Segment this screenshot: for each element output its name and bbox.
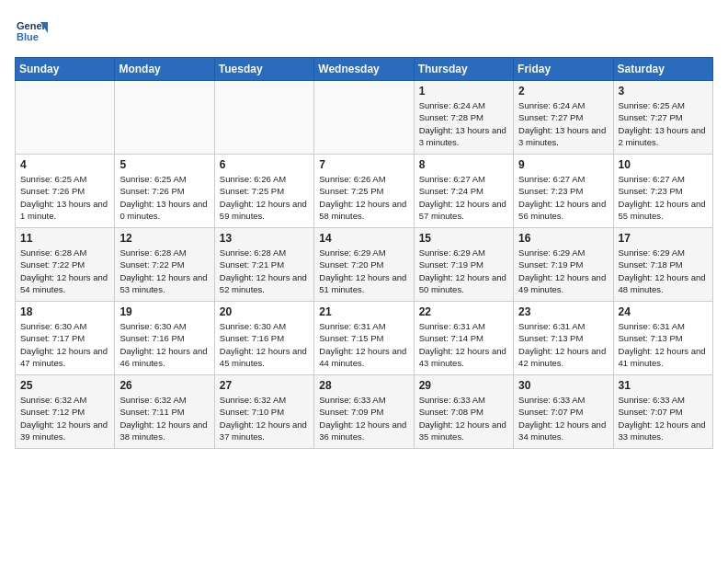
day-number: 29 <box>419 379 508 392</box>
day-info: Sunrise: 6:30 AM Sunset: 7:16 PM Dayligh… <box>119 320 209 369</box>
day-number: 31 <box>619 379 708 392</box>
calendar-cell: 31Sunrise: 6:33 AM Sunset: 7:07 PM Dayli… <box>613 375 712 449</box>
day-info: Sunrise: 6:27 AM Sunset: 7:23 PM Dayligh… <box>619 173 708 222</box>
calendar-cell <box>16 81 115 155</box>
day-info: Sunrise: 6:30 AM Sunset: 7:16 PM Dayligh… <box>220 320 309 369</box>
day-number: 5 <box>119 158 209 171</box>
week-row-5: 25Sunrise: 6:32 AM Sunset: 7:12 PM Dayli… <box>16 375 713 449</box>
day-number: 10 <box>619 158 708 171</box>
calendar-cell: 29Sunrise: 6:33 AM Sunset: 7:08 PM Dayli… <box>414 375 513 449</box>
day-number: 16 <box>518 232 608 245</box>
logo: General Blue <box>15 15 51 48</box>
calendar-table: SundayMondayTuesdayWednesdayThursdayFrid… <box>15 57 713 449</box>
day-info: Sunrise: 6:24 AM Sunset: 7:27 PM Dayligh… <box>518 99 608 148</box>
day-number: 7 <box>319 158 408 171</box>
calendar-cell: 24Sunrise: 6:31 AM Sunset: 7:13 PM Dayli… <box>613 302 712 375</box>
calendar-cell: 25Sunrise: 6:32 AM Sunset: 7:12 PM Dayli… <box>16 375 115 449</box>
calendar-cell: 28Sunrise: 6:33 AM Sunset: 7:09 PM Dayli… <box>314 375 414 449</box>
calendar-cell: 16Sunrise: 6:29 AM Sunset: 7:19 PM Dayli… <box>514 228 613 302</box>
day-info: Sunrise: 6:29 AM Sunset: 7:19 PM Dayligh… <box>518 247 608 295</box>
calendar-cell: 27Sunrise: 6:32 AM Sunset: 7:10 PM Dayli… <box>214 375 313 449</box>
day-number: 14 <box>319 232 408 245</box>
day-number: 22 <box>419 305 508 318</box>
day-info: Sunrise: 6:28 AM Sunset: 7:22 PM Dayligh… <box>119 247 209 295</box>
day-info: Sunrise: 6:28 AM Sunset: 7:22 PM Dayligh… <box>20 247 109 295</box>
day-info: Sunrise: 6:25 AM Sunset: 7:26 PM Dayligh… <box>119 173 209 222</box>
day-number: 8 <box>419 158 508 171</box>
day-info: Sunrise: 6:28 AM Sunset: 7:21 PM Dayligh… <box>220 247 309 295</box>
calendar-cell: 13Sunrise: 6:28 AM Sunset: 7:21 PM Dayli… <box>214 228 313 302</box>
day-info: Sunrise: 6:26 AM Sunset: 7:25 PM Dayligh… <box>220 173 309 222</box>
day-number: 21 <box>319 305 408 318</box>
day-info: Sunrise: 6:31 AM Sunset: 7:14 PM Dayligh… <box>419 320 508 369</box>
day-header-wednesday: Wednesday <box>314 58 414 81</box>
calendar-cell <box>314 81 414 155</box>
calendar-cell: 23Sunrise: 6:31 AM Sunset: 7:13 PM Dayli… <box>514 302 613 375</box>
day-header-saturday: Saturday <box>613 58 712 81</box>
calendar-cell: 10Sunrise: 6:27 AM Sunset: 7:23 PM Dayli… <box>613 155 712 228</box>
day-info: Sunrise: 6:24 AM Sunset: 7:28 PM Dayligh… <box>419 99 508 148</box>
calendar-cell: 3Sunrise: 6:25 AM Sunset: 7:27 PM Daylig… <box>613 81 712 155</box>
day-header-tuesday: Tuesday <box>214 58 313 81</box>
calendar-cell: 17Sunrise: 6:29 AM Sunset: 7:18 PM Dayli… <box>613 228 712 302</box>
day-info: Sunrise: 6:25 AM Sunset: 7:26 PM Dayligh… <box>20 173 109 222</box>
calendar-cell: 20Sunrise: 6:30 AM Sunset: 7:16 PM Dayli… <box>214 302 313 375</box>
day-info: Sunrise: 6:33 AM Sunset: 7:07 PM Dayligh… <box>518 394 608 442</box>
day-info: Sunrise: 6:31 AM Sunset: 7:15 PM Dayligh… <box>319 320 408 369</box>
day-info: Sunrise: 6:33 AM Sunset: 7:09 PM Dayligh… <box>319 394 408 442</box>
day-number: 26 <box>119 379 209 392</box>
day-info: Sunrise: 6:25 AM Sunset: 7:27 PM Dayligh… <box>619 99 708 148</box>
day-number: 25 <box>20 379 109 392</box>
calendar-cell: 19Sunrise: 6:30 AM Sunset: 7:16 PM Dayli… <box>115 302 214 375</box>
day-info: Sunrise: 6:32 AM Sunset: 7:12 PM Dayligh… <box>20 394 109 442</box>
day-info: Sunrise: 6:33 AM Sunset: 7:08 PM Dayligh… <box>419 394 508 442</box>
day-number: 19 <box>119 305 209 318</box>
day-number: 11 <box>20 232 109 245</box>
day-number: 18 <box>20 305 109 318</box>
day-number: 15 <box>419 232 508 245</box>
day-header-sunday: Sunday <box>16 58 115 81</box>
calendar-cell: 26Sunrise: 6:32 AM Sunset: 7:11 PM Dayli… <box>115 375 214 449</box>
calendar-cell <box>115 81 214 155</box>
calendar-cell: 12Sunrise: 6:28 AM Sunset: 7:22 PM Dayli… <box>115 228 214 302</box>
day-number: 17 <box>619 232 708 245</box>
week-row-1: 1Sunrise: 6:24 AM Sunset: 7:28 PM Daylig… <box>16 81 713 155</box>
day-number: 12 <box>119 232 209 245</box>
day-header-monday: Monday <box>115 58 214 81</box>
calendar-cell: 11Sunrise: 6:28 AM Sunset: 7:22 PM Dayli… <box>16 228 115 302</box>
calendar-cell: 2Sunrise: 6:24 AM Sunset: 7:27 PM Daylig… <box>514 81 613 155</box>
calendar-cell: 4Sunrise: 6:25 AM Sunset: 7:26 PM Daylig… <box>16 155 115 228</box>
week-row-2: 4Sunrise: 6:25 AM Sunset: 7:26 PM Daylig… <box>16 155 713 228</box>
day-number: 3 <box>619 85 708 98</box>
day-info: Sunrise: 6:29 AM Sunset: 7:18 PM Dayligh… <box>619 247 708 295</box>
day-number: 6 <box>220 158 309 171</box>
day-number: 24 <box>619 305 708 318</box>
calendar-cell: 15Sunrise: 6:29 AM Sunset: 7:19 PM Dayli… <box>414 228 513 302</box>
day-info: Sunrise: 6:29 AM Sunset: 7:20 PM Dayligh… <box>319 247 408 295</box>
calendar-cell: 6Sunrise: 6:26 AM Sunset: 7:25 PM Daylig… <box>214 155 313 228</box>
day-number: 1 <box>419 85 508 98</box>
day-number: 20 <box>220 305 309 318</box>
logo-icon: General Blue <box>15 15 48 48</box>
day-info: Sunrise: 6:32 AM Sunset: 7:10 PM Dayligh… <box>220 394 309 442</box>
day-info: Sunrise: 6:27 AM Sunset: 7:24 PM Dayligh… <box>419 173 508 222</box>
calendar-cell: 22Sunrise: 6:31 AM Sunset: 7:14 PM Dayli… <box>414 302 513 375</box>
day-header-friday: Friday <box>514 58 613 81</box>
day-info: Sunrise: 6:26 AM Sunset: 7:25 PM Dayligh… <box>319 173 408 222</box>
calendar-cell: 18Sunrise: 6:30 AM Sunset: 7:17 PM Dayli… <box>16 302 115 375</box>
day-number: 9 <box>518 158 608 171</box>
day-number: 4 <box>20 158 109 171</box>
week-row-4: 18Sunrise: 6:30 AM Sunset: 7:17 PM Dayli… <box>16 302 713 375</box>
header: General Blue <box>15 15 713 48</box>
day-info: Sunrise: 6:27 AM Sunset: 7:23 PM Dayligh… <box>518 173 608 222</box>
day-info: Sunrise: 6:31 AM Sunset: 7:13 PM Dayligh… <box>619 320 708 369</box>
calendar-cell: 5Sunrise: 6:25 AM Sunset: 7:26 PM Daylig… <box>115 155 214 228</box>
calendar-cell: 14Sunrise: 6:29 AM Sunset: 7:20 PM Dayli… <box>314 228 414 302</box>
calendar-cell: 1Sunrise: 6:24 AM Sunset: 7:28 PM Daylig… <box>414 81 513 155</box>
day-number: 13 <box>220 232 309 245</box>
day-info: Sunrise: 6:30 AM Sunset: 7:17 PM Dayligh… <box>20 320 109 369</box>
calendar-cell: 9Sunrise: 6:27 AM Sunset: 7:23 PM Daylig… <box>514 155 613 228</box>
days-header-row: SundayMondayTuesdayWednesdayThursdayFrid… <box>16 58 713 81</box>
day-info: Sunrise: 6:31 AM Sunset: 7:13 PM Dayligh… <box>518 320 608 369</box>
calendar-cell: 21Sunrise: 6:31 AM Sunset: 7:15 PM Dayli… <box>314 302 414 375</box>
